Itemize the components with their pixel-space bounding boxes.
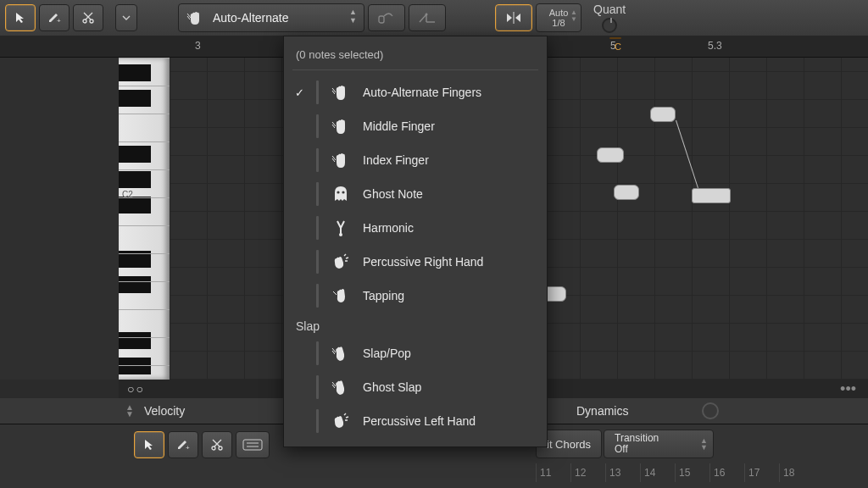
tick: 18: [779, 463, 814, 482]
menu-item-label: Ghost Slap: [363, 380, 535, 394]
svg-text:+: +: [57, 17, 61, 25]
snap-toggle-button[interactable]: [495, 4, 532, 31]
scissors-tool-button[interactable]: [73, 4, 103, 31]
tick: 11: [536, 463, 570, 482]
menu-item-label: Index Finger: [363, 153, 535, 167]
pencil-tool-button[interactable]: +: [39, 4, 70, 31]
menu-header: (0 notes selected): [284, 45, 547, 69]
svg-point-13: [342, 191, 344, 193]
category-stripe: [316, 250, 319, 274]
ruler-gutter: [0, 36, 170, 58]
menu-section-slap: Slap: [284, 313, 547, 336]
tick: 15: [675, 463, 709, 482]
svg-point-8: [219, 446, 222, 450]
svg-point-2: [90, 19, 93, 23]
transition-selector[interactable]: Transition Off ▲▼: [604, 430, 714, 458]
articulation-menu: (0 notes selected) ✓Auto-Alternate Finge…: [283, 36, 548, 447]
piano-keys[interactable]: [119, 58, 170, 380]
snap-mode-label: Auto: [549, 8, 569, 18]
dynamics-lane-label[interactable]: Dynamics: [576, 404, 628, 418]
menu-item[interactable]: Index Finger: [284, 143, 547, 177]
midi-note[interactable]: [692, 188, 731, 203]
tick: 12: [570, 463, 605, 482]
dynamics-knob[interactable]: [702, 402, 719, 419]
articulation-dropdown[interactable]: Auto-Alternate ▲▼: [178, 3, 364, 32]
clap-icon: [329, 250, 353, 274]
quantize-control[interactable]: Quant: [593, 3, 626, 33]
ghost-icon: [329, 182, 353, 206]
tick: 17: [744, 463, 779, 482]
fork-icon: [329, 216, 353, 240]
menu-item[interactable]: Ghost Note: [284, 177, 547, 211]
velocity-lane-label[interactable]: Velocity: [144, 404, 185, 418]
menu-item[interactable]: Percussive Right Hand: [284, 245, 547, 279]
menu-item[interactable]: Middle Finger: [284, 109, 547, 143]
top-toolbar: + Auto-Alternate ▲▼ Auto 1/8 ▲▼ Quant: [0, 0, 868, 36]
pointer-tool-button-lower[interactable]: [134, 431, 164, 458]
svg-rect-3: [379, 16, 384, 23]
category-stripe: [316, 284, 319, 308]
transition-value: Off: [615, 444, 703, 455]
hand-icon: [329, 80, 353, 104]
category-stripe: [316, 409, 319, 433]
chords-tab-label: it Chords: [547, 438, 591, 451]
quantize-knob[interactable]: [602, 18, 617, 33]
tick: 14: [640, 463, 675, 482]
tick: 16: [709, 463, 744, 482]
lane-collapse-toggle[interactable]: ▲▼: [125, 404, 134, 418]
slap-icon: [329, 341, 353, 365]
note-tool-b[interactable]: [409, 4, 446, 31]
svg-point-12: [337, 191, 339, 193]
keyboard-tool-button[interactable]: [236, 431, 270, 458]
menu-item-label: Percussive Left Hand: [363, 414, 535, 428]
check-icon: ✓: [292, 86, 306, 99]
pointer-tool-button[interactable]: [5, 4, 36, 31]
menu-item[interactable]: Tapping: [284, 279, 547, 313]
clap-icon: [329, 409, 353, 433]
menu-item-label: Slap/Pop: [363, 347, 535, 360]
category-stripe: [316, 148, 319, 172]
note-tool-a[interactable]: [368, 4, 405, 31]
tap-icon: [329, 284, 353, 308]
pencil-tool-button-lower[interactable]: +: [168, 431, 198, 458]
category-stripe: [316, 80, 319, 104]
menu-item-label: Percussive Right Hand: [363, 255, 535, 269]
menu-item[interactable]: Harmonic: [284, 211, 547, 245]
toolbar-expand-button[interactable]: [115, 4, 137, 31]
chevron-updown-icon: ▲▼: [570, 9, 577, 23]
svg-rect-9: [243, 440, 262, 450]
svg-text:+: +: [186, 444, 190, 452]
tick: 13: [605, 463, 640, 482]
category-stripe: [316, 341, 319, 365]
midi-note[interactable]: [650, 107, 676, 122]
zoom-indicator[interactable]: ○○: [127, 382, 145, 396]
menu-item-label: Tapping: [363, 289, 535, 302]
svg-point-4: [426, 14, 428, 16]
snap-value-label: 1/8: [552, 18, 565, 28]
menu-item[interactable]: Slap/Pop: [284, 336, 547, 370]
menu-item-label: Harmonic: [363, 221, 535, 235]
chevron-updown-icon: ▲▼: [349, 8, 357, 25]
menu-item-label: Middle Finger: [363, 119, 535, 133]
more-icon[interactable]: •••: [840, 380, 856, 398]
svg-point-15: [339, 233, 342, 236]
hand-icon: [329, 114, 353, 138]
chevron-updown-icon: ▲▼: [700, 437, 708, 451]
snap-value-selector[interactable]: Auto 1/8 ▲▼: [536, 3, 581, 32]
midi-note[interactable]: [597, 147, 624, 163]
note-connector: [676, 120, 698, 188]
menu-item[interactable]: ✓Auto-Alternate Fingers: [284, 75, 547, 109]
menu-item[interactable]: Percussive Left Hand: [284, 404, 547, 438]
midi-note[interactable]: [614, 185, 639, 200]
loop-marker[interactable]: C: [609, 37, 621, 39]
slap-icon: [329, 375, 353, 399]
menu-item[interactable]: Ghost Slap: [284, 370, 547, 404]
scissors-tool-button-lower[interactable]: [202, 431, 232, 458]
menu-divider: [292, 69, 538, 70]
svg-point-1: [83, 19, 86, 23]
articulation-dropdown-label: Auto-Alternate: [213, 11, 289, 25]
hand-icon: [329, 148, 353, 172]
hand-icon: [186, 8, 204, 27]
quantize-label: Quant: [593, 3, 626, 16]
category-stripe: [316, 114, 319, 138]
